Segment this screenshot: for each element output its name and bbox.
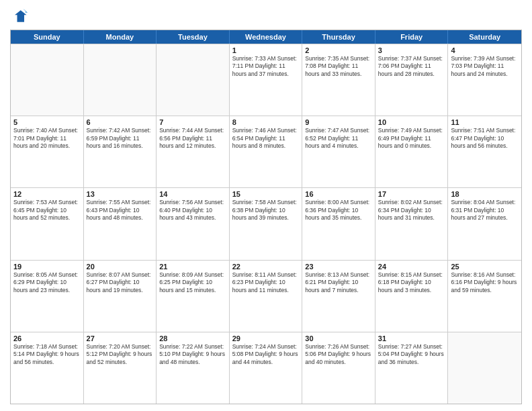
calendar-cell: 1Sunrise: 7:33 AM Sunset: 7:11 PM Daylig… <box>230 44 303 116</box>
calendar-cell: 21Sunrise: 8:09 AM Sunset: 6:25 PM Dayli… <box>157 261 230 332</box>
calendar-body: 1Sunrise: 7:33 AM Sunset: 7:11 PM Daylig… <box>11 44 521 404</box>
calendar-cell: 19Sunrise: 8:05 AM Sunset: 6:29 PM Dayli… <box>11 261 84 332</box>
calendar-week: 19Sunrise: 8:05 AM Sunset: 6:29 PM Dayli… <box>11 260 521 332</box>
day-info: Sunrise: 8:11 AM Sunset: 6:23 PM Dayligh… <box>232 271 300 294</box>
calendar-header-row: SundayMondayTuesdayWednesdayThursdayFrid… <box>11 30 521 44</box>
calendar-week: 5Sunrise: 7:40 AM Sunset: 7:01 PM Daylig… <box>11 116 521 187</box>
day-number: 8 <box>232 118 300 126</box>
day-number: 21 <box>159 263 226 271</box>
day-info: Sunrise: 7:56 AM Sunset: 6:40 PM Dayligh… <box>159 199 226 222</box>
calendar-cell: 15Sunrise: 7:58 AM Sunset: 6:38 PM Dayli… <box>230 188 303 259</box>
calendar-cell: 24Sunrise: 8:15 AM Sunset: 6:18 PM Dayli… <box>375 261 449 332</box>
calendar-cell: 22Sunrise: 8:11 AM Sunset: 6:23 PM Dayli… <box>230 261 303 332</box>
logo <box>10 7 32 26</box>
calendar-cell <box>157 44 230 116</box>
day-info: Sunrise: 7:49 AM Sunset: 6:49 PM Dayligh… <box>378 127 445 150</box>
day-number: 13 <box>87 190 154 198</box>
day-number: 24 <box>378 263 445 271</box>
day-number: 12 <box>13 190 81 198</box>
day-info: Sunrise: 7:47 AM Sunset: 6:52 PM Dayligh… <box>305 127 372 150</box>
day-number: 15 <box>232 190 300 198</box>
calendar-cell: 17Sunrise: 8:02 AM Sunset: 6:34 PM Dayli… <box>375 188 449 259</box>
calendar-cell: 23Sunrise: 8:13 AM Sunset: 6:21 PM Dayli… <box>302 261 375 332</box>
day-info: Sunrise: 8:00 AM Sunset: 6:36 PM Dayligh… <box>305 199 372 222</box>
day-info: Sunrise: 7:51 AM Sunset: 6:47 PM Dayligh… <box>451 127 519 150</box>
calendar-cell: 8Sunrise: 7:46 AM Sunset: 6:54 PM Daylig… <box>230 116 303 187</box>
day-number: 10 <box>378 118 445 126</box>
day-number: 22 <box>232 263 300 271</box>
calendar-header-cell: Friday <box>375 30 449 44</box>
calendar-cell <box>448 332 521 404</box>
day-number: 20 <box>87 263 154 271</box>
day-number: 31 <box>378 334 445 342</box>
calendar-cell: 28Sunrise: 7:22 AM Sunset: 5:10 PM Dayli… <box>157 332 230 404</box>
calendar-week: 12Sunrise: 7:53 AM Sunset: 6:45 PM Dayli… <box>11 187 521 259</box>
day-number: 7 <box>159 118 226 126</box>
day-number: 17 <box>378 190 445 198</box>
calendar-cell: 13Sunrise: 7:55 AM Sunset: 6:43 PM Dayli… <box>84 188 157 259</box>
calendar-week: 1Sunrise: 7:33 AM Sunset: 7:11 PM Daylig… <box>11 44 521 116</box>
calendar-cell: 12Sunrise: 7:53 AM Sunset: 6:45 PM Dayli… <box>11 188 84 259</box>
calendar-cell: 5Sunrise: 7:40 AM Sunset: 7:01 PM Daylig… <box>11 116 84 187</box>
day-number: 25 <box>451 263 519 271</box>
calendar-cell: 26Sunrise: 7:18 AM Sunset: 5:14 PM Dayli… <box>11 332 84 404</box>
calendar-cell: 3Sunrise: 7:37 AM Sunset: 7:06 PM Daylig… <box>375 44 449 116</box>
calendar-cell <box>11 44 84 116</box>
calendar-cell: 16Sunrise: 8:00 AM Sunset: 6:36 PM Dayli… <box>302 188 375 259</box>
day-info: Sunrise: 8:04 AM Sunset: 6:31 PM Dayligh… <box>451 199 519 222</box>
logo-icon <box>10 7 29 26</box>
day-number: 23 <box>305 263 372 271</box>
day-number: 2 <box>305 46 372 54</box>
day-info: Sunrise: 7:35 AM Sunset: 7:08 PM Dayligh… <box>305 55 372 78</box>
day-info: Sunrise: 7:42 AM Sunset: 6:59 PM Dayligh… <box>87 127 154 150</box>
header <box>10 7 522 26</box>
calendar-cell: 7Sunrise: 7:44 AM Sunset: 6:56 PM Daylig… <box>157 116 230 187</box>
day-number: 18 <box>451 190 519 198</box>
calendar-cell: 18Sunrise: 8:04 AM Sunset: 6:31 PM Dayli… <box>448 188 521 259</box>
calendar-cell: 2Sunrise: 7:35 AM Sunset: 7:08 PM Daylig… <box>302 44 375 116</box>
day-info: Sunrise: 7:39 AM Sunset: 7:03 PM Dayligh… <box>451 55 519 78</box>
calendar-cell: 27Sunrise: 7:20 AM Sunset: 5:12 PM Dayli… <box>84 332 157 404</box>
day-info: Sunrise: 7:55 AM Sunset: 6:43 PM Dayligh… <box>87 199 154 222</box>
calendar-header-cell: Wednesday <box>230 30 303 44</box>
day-info: Sunrise: 7:26 AM Sunset: 5:06 PM Dayligh… <box>305 343 372 366</box>
calendar-cell: 9Sunrise: 7:47 AM Sunset: 6:52 PM Daylig… <box>302 116 375 187</box>
calendar-cell: 31Sunrise: 7:27 AM Sunset: 5:04 PM Dayli… <box>375 332 449 404</box>
calendar-header-cell: Sunday <box>11 30 84 44</box>
day-info: Sunrise: 7:46 AM Sunset: 6:54 PM Dayligh… <box>232 127 300 150</box>
day-number: 29 <box>232 334 300 342</box>
day-info: Sunrise: 8:13 AM Sunset: 6:21 PM Dayligh… <box>305 271 372 294</box>
calendar-cell: 14Sunrise: 7:56 AM Sunset: 6:40 PM Dayli… <box>157 188 230 259</box>
day-info: Sunrise: 7:22 AM Sunset: 5:10 PM Dayligh… <box>159 343 226 366</box>
day-info: Sunrise: 8:05 AM Sunset: 6:29 PM Dayligh… <box>13 271 81 294</box>
day-number: 9 <box>305 118 372 126</box>
day-info: Sunrise: 8:15 AM Sunset: 6:18 PM Dayligh… <box>378 271 445 294</box>
calendar-week: 26Sunrise: 7:18 AM Sunset: 5:14 PM Dayli… <box>11 332 521 404</box>
day-info: Sunrise: 8:16 AM Sunset: 6:16 PM Dayligh… <box>451 271 519 294</box>
day-number: 5 <box>13 118 81 126</box>
day-info: Sunrise: 7:33 AM Sunset: 7:11 PM Dayligh… <box>232 55 300 78</box>
calendar-cell: 20Sunrise: 8:07 AM Sunset: 6:27 PM Dayli… <box>84 261 157 332</box>
day-number: 1 <box>232 46 300 54</box>
calendar-header-cell: Thursday <box>302 30 375 44</box>
calendar-cell: 10Sunrise: 7:49 AM Sunset: 6:49 PM Dayli… <box>375 116 449 187</box>
day-info: Sunrise: 8:02 AM Sunset: 6:34 PM Dayligh… <box>378 199 445 222</box>
day-info: Sunrise: 7:37 AM Sunset: 7:06 PM Dayligh… <box>378 55 445 78</box>
day-number: 26 <box>13 334 81 342</box>
day-info: Sunrise: 7:40 AM Sunset: 7:01 PM Dayligh… <box>13 127 81 150</box>
calendar-header-cell: Monday <box>84 30 157 44</box>
day-info: Sunrise: 8:07 AM Sunset: 6:27 PM Dayligh… <box>87 271 154 294</box>
calendar: SundayMondayTuesdayWednesdayThursdayFrid… <box>10 30 522 404</box>
day-number: 6 <box>87 118 154 126</box>
day-number: 30 <box>305 334 372 342</box>
day-number: 28 <box>159 334 226 342</box>
calendar-cell: 30Sunrise: 7:26 AM Sunset: 5:06 PM Dayli… <box>302 332 375 404</box>
day-number: 19 <box>13 263 81 271</box>
day-number: 3 <box>378 46 445 54</box>
day-info: Sunrise: 7:27 AM Sunset: 5:04 PM Dayligh… <box>378 343 445 366</box>
day-info: Sunrise: 8:09 AM Sunset: 6:25 PM Dayligh… <box>159 271 226 294</box>
day-info: Sunrise: 7:24 AM Sunset: 5:08 PM Dayligh… <box>232 343 300 366</box>
day-info: Sunrise: 7:44 AM Sunset: 6:56 PM Dayligh… <box>159 127 226 150</box>
day-info: Sunrise: 7:53 AM Sunset: 6:45 PM Dayligh… <box>13 199 81 222</box>
day-number: 14 <box>159 190 226 198</box>
